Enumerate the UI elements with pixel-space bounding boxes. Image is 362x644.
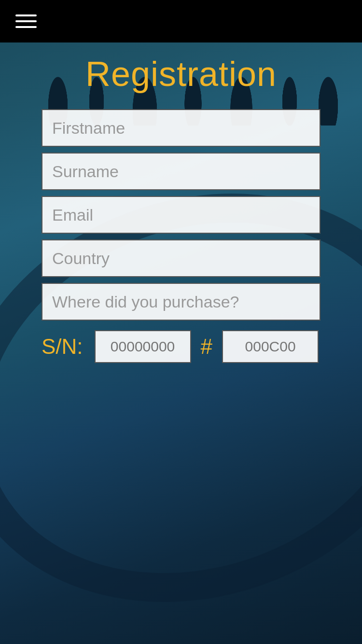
- hamburger-line-3: [15, 26, 37, 28]
- surname-input[interactable]: [52, 154, 310, 189]
- sn-label: S/N:: [42, 335, 83, 359]
- firstname-field[interactable]: [42, 109, 320, 147]
- country-field[interactable]: [42, 239, 320, 277]
- hamburger-line-1: [15, 14, 37, 16]
- email-input[interactable]: [52, 197, 310, 233]
- purchase-input[interactable]: [52, 284, 310, 320]
- sn-part2-input[interactable]: [223, 331, 318, 362]
- menu-button[interactable]: [15, 14, 37, 28]
- purchase-field[interactable]: [42, 283, 320, 321]
- sn-part1-field[interactable]: [95, 330, 191, 363]
- hamburger-line-2: [15, 20, 37, 22]
- email-field[interactable]: [42, 196, 320, 234]
- surname-field[interactable]: [42, 153, 320, 190]
- navbar: [0, 0, 362, 42]
- sn-part1-input[interactable]: [96, 331, 190, 362]
- page-title: Registration: [42, 42, 320, 109]
- sn-part2-field[interactable]: [222, 330, 319, 363]
- country-input[interactable]: [52, 240, 310, 276]
- firstname-input[interactable]: [52, 110, 310, 146]
- serial-number-row: S/N: #: [42, 330, 320, 363]
- sn-hash-symbol: #: [201, 335, 212, 359]
- main-content: Registration S/N: #: [0, 42, 362, 363]
